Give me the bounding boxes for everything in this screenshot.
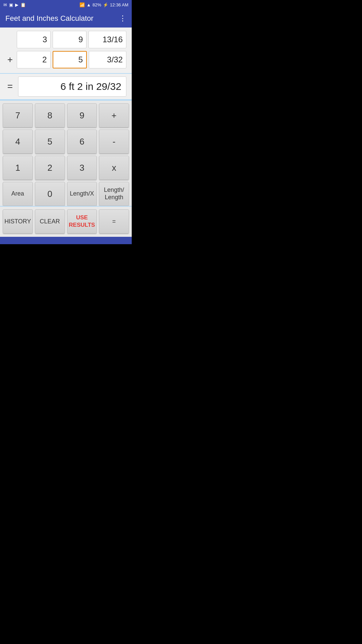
keypad-grid: 7 8 9 + 4 5 6 - 1 2 3 x Area 0 Length/X … xyxy=(3,103,129,206)
equals-symbol: = xyxy=(5,81,15,92)
row1-fraction-field[interactable]: 13/16 xyxy=(88,31,126,48)
row2-feet-field[interactable]: 2 xyxy=(17,51,51,68)
status-bar: ✉ ▣ ▶ 📋 📶 ▲ 82% ⚡ 12:36 AM xyxy=(0,0,132,9)
row2-inches-field[interactable]: 5 xyxy=(53,51,87,68)
key-1[interactable]: 1 xyxy=(3,156,33,180)
result-section: = 6 ft 2 in 29/32 xyxy=(0,74,132,100)
key-multiply[interactable]: x xyxy=(99,156,129,180)
key-9[interactable]: 9 xyxy=(67,103,97,127)
key-length-length[interactable]: Length/Length xyxy=(99,182,129,206)
row2-fraction-field[interactable]: 3/32 xyxy=(89,51,126,68)
app-bar: Feet and Inches Calculator ⋮ xyxy=(0,9,132,28)
input-row-2: + 2 5 3/32 xyxy=(5,51,126,68)
key-plus[interactable]: + xyxy=(99,103,129,127)
key-2[interactable]: 2 xyxy=(35,156,65,180)
use-results-button[interactable]: USERESULTS xyxy=(67,209,97,233)
status-right-icons: 📶 ▲ 82% ⚡ 12:36 AM xyxy=(79,2,128,7)
key-length-x[interactable]: Length/X xyxy=(67,182,97,206)
input-row-1: 3 9 13/16 xyxy=(5,31,126,48)
row1-operator-placeholder xyxy=(5,34,15,45)
signal-icon: ▲ xyxy=(86,2,91,7)
app-title: Feet and Inches Calculator xyxy=(5,14,94,23)
history-button[interactable]: HISTORY xyxy=(3,209,33,233)
bottom-bar: HISTORY CLEAR USERESULTS = xyxy=(0,206,132,237)
clock: 12:36 AM xyxy=(110,2,128,7)
footer-bar xyxy=(0,237,132,244)
key-3[interactable]: 3 xyxy=(67,156,97,180)
clipboard-icon: 📋 xyxy=(20,2,26,7)
black-bar xyxy=(0,244,132,258)
key-minus[interactable]: - xyxy=(99,129,129,154)
battery-percent: 82% xyxy=(93,2,101,7)
keypad-section: 7 8 9 + 4 5 6 - 1 2 3 x Area 0 Length/X … xyxy=(0,100,132,206)
key-0[interactable]: 0 xyxy=(35,182,65,206)
clear-button[interactable]: CLEAR xyxy=(35,209,65,233)
charging-icon: ⚡ xyxy=(103,2,108,7)
key-4[interactable]: 4 xyxy=(3,129,33,154)
key-6[interactable]: 6 xyxy=(67,129,97,154)
row1-inches-field[interactable]: 9 xyxy=(53,31,86,48)
key-8[interactable]: 8 xyxy=(35,103,65,127)
row1-feet-field[interactable]: 3 xyxy=(17,31,51,48)
key-7[interactable]: 7 xyxy=(3,103,33,127)
row2-operator: + xyxy=(5,54,15,65)
main-content: 3 9 13/16 + 2 5 3/32 = 6 ft 2 i xyxy=(0,28,132,237)
menu-icon[interactable]: ⋮ xyxy=(119,14,126,23)
wifi-icon: 📶 xyxy=(79,2,85,7)
key-5[interactable]: 5 xyxy=(35,129,65,154)
result-field: 6 ft 2 in 29/32 xyxy=(18,76,126,97)
email-icon: ✉ xyxy=(3,2,7,7)
media-icon: ▶ xyxy=(15,2,18,7)
sim-icon: ▣ xyxy=(9,2,13,7)
input-section: 3 9 13/16 + 2 5 3/32 xyxy=(0,28,132,74)
status-left-icons: ✉ ▣ ▶ 📋 xyxy=(3,2,26,7)
key-area[interactable]: Area xyxy=(3,182,33,206)
equals-button[interactable]: = xyxy=(99,209,129,233)
